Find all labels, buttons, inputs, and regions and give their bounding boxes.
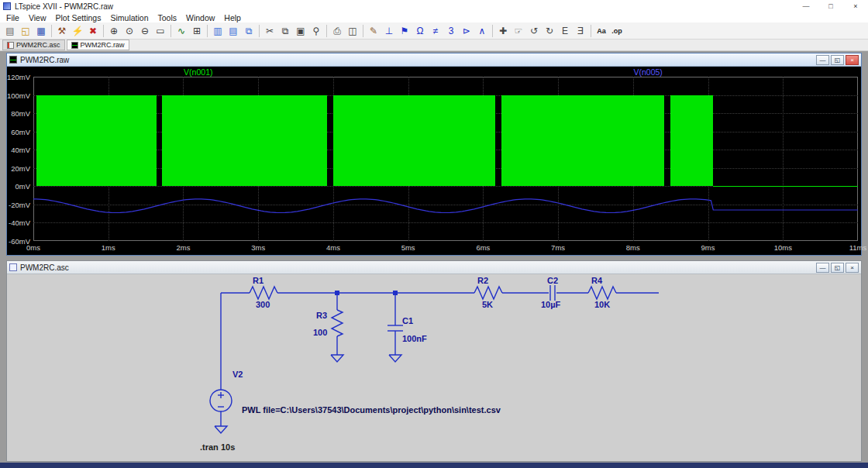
app-icon xyxy=(3,2,11,10)
v2-label[interactable]: V2 xyxy=(232,370,243,379)
mdi-close-button[interactable]: × xyxy=(846,263,859,273)
r2-label[interactable]: R2 xyxy=(477,276,488,285)
tran-directive[interactable]: .tran 10s xyxy=(200,442,235,452)
minimize-button[interactable]: — xyxy=(794,0,818,12)
zoom-back-icon[interactable]: ⊙ xyxy=(122,24,137,38)
save-icon[interactable]: ▦ xyxy=(34,24,49,38)
resistor-icon[interactable]: Ω xyxy=(413,24,428,38)
plot-settings-icon[interactable]: ⊞ xyxy=(190,24,205,38)
menu-plot-settings[interactable]: Plot Settings xyxy=(51,13,106,22)
drag-icon[interactable]: ☞ xyxy=(512,24,526,38)
ground-icon[interactable]: ⊥ xyxy=(382,24,397,38)
text-icon[interactable]: Aa xyxy=(594,24,609,38)
ground-symbol[interactable] xyxy=(215,426,227,433)
schematic-window: PWM2RC.asc — ◱ × xyxy=(6,260,862,462)
schematic-canvas[interactable]: R1 300 R2 5K C2 10µF R4 10K R3 100 C1 10… xyxy=(7,274,861,461)
zoom-out-icon[interactable]: ⊖ xyxy=(138,24,153,38)
new-schematic-icon[interactable]: ▤ xyxy=(3,24,18,38)
menubar: FileViewPlot SettingsSimulationToolsWind… xyxy=(0,12,868,22)
maximize-button[interactable]: □ xyxy=(818,0,843,12)
r1-value[interactable]: 300 xyxy=(256,300,270,309)
r3-value[interactable]: 100 xyxy=(313,328,327,337)
resistor-r3-symbol[interactable] xyxy=(332,310,343,336)
waveform-window-titlebar[interactable]: PWM2RC.raw — ◱ × xyxy=(7,53,861,67)
app-title: LTspice XVII - PWM2RC.raw xyxy=(15,2,113,11)
c1-value[interactable]: 100nF xyxy=(402,334,427,343)
cascade-icon[interactable]: ⧉ xyxy=(242,24,257,38)
tile-vertical-icon[interactable]: ▥ xyxy=(211,24,226,38)
r3-label[interactable]: R3 xyxy=(316,311,327,320)
control-panel-icon[interactable]: ⚒ xyxy=(55,24,70,38)
toolbar-separator xyxy=(363,25,363,37)
sine-trace-layer xyxy=(7,67,861,255)
ground-symbol[interactable] xyxy=(331,355,343,362)
resistor-zigzag xyxy=(332,310,343,336)
component-icon[interactable]: ∧ xyxy=(475,24,490,38)
waveform-window-icon xyxy=(9,56,17,64)
mirror-icon[interactable]: Ǝ xyxy=(574,24,588,38)
schematic-drawing: R1 300 R2 5K C2 10µF R4 10K R3 100 C1 10… xyxy=(7,274,861,461)
c2-label[interactable]: C2 xyxy=(547,276,558,285)
capacitor-icon[interactable]: ≠ xyxy=(429,24,443,38)
toolbar-separator xyxy=(51,25,52,37)
label-net-icon[interactable]: ⚑ xyxy=(398,24,412,38)
print-icon[interactable]: ⎙ xyxy=(330,24,345,38)
inductor-icon[interactable]: 3 xyxy=(444,24,459,38)
mdi-restore-button[interactable]: ◱ xyxy=(831,263,844,273)
menu-tools[interactable]: Tools xyxy=(153,13,181,22)
mdi-minimize-button[interactable]: — xyxy=(816,263,829,273)
voltage-source-v2-symbol[interactable] xyxy=(210,390,232,411)
diode-icon[interactable]: ⊳ xyxy=(460,24,474,38)
resistor-zigzag xyxy=(588,287,616,299)
waveform-window-controls: — ◱ × xyxy=(816,55,859,65)
mdi-restore-button[interactable]: ◱ xyxy=(831,55,844,65)
menu-view[interactable]: View xyxy=(24,13,51,22)
mdi-minimize-button[interactable]: — xyxy=(816,55,829,65)
capacitor-c1-symbol[interactable] xyxy=(388,325,403,331)
plot-area[interactable]: 120mV100mV80mV60mV40mV20mV0mV-20mV-40mV-… xyxy=(7,67,861,255)
ground-symbol[interactable] xyxy=(389,355,401,362)
c1-label[interactable]: C1 xyxy=(402,316,413,325)
zoom-full-extents-icon[interactable]: ▭ xyxy=(153,24,168,38)
waveform-window: PWM2RC.raw — ◱ × 120mV100mV80mV60mV40mV2… xyxy=(6,53,862,256)
spice-directive-icon[interactable]: .op xyxy=(610,24,625,38)
menu-help[interactable]: Help xyxy=(219,13,246,22)
menu-file[interactable]: File xyxy=(2,13,24,22)
tab-pwm2rc-asc[interactable]: PWM2RC.asc xyxy=(2,40,65,50)
tile-horizontal-icon[interactable]: ▤ xyxy=(226,24,241,38)
capacitor-c2-symbol[interactable] xyxy=(550,285,555,301)
r1-label[interactable]: R1 xyxy=(253,276,264,285)
halt-icon[interactable]: ✖ xyxy=(86,24,101,38)
menu-simulation[interactable]: Simulation xyxy=(105,13,153,22)
schematic-tab-icon xyxy=(7,42,14,49)
v2-pwl-value[interactable]: PWL file=C:\Users\37543\Documents\projec… xyxy=(242,405,501,415)
copy-icon[interactable]: ⧉ xyxy=(278,24,293,38)
close-button[interactable]: × xyxy=(843,0,868,12)
open-icon[interactable]: ◱ xyxy=(19,24,33,38)
resistor-r2-symbol[interactable] xyxy=(474,287,502,299)
mdi-close-button[interactable]: × xyxy=(846,55,859,65)
move-icon[interactable]: ✚ xyxy=(496,24,511,38)
paste-icon[interactable]: ▣ xyxy=(294,24,308,38)
r4-value[interactable]: 10K xyxy=(594,300,610,309)
find-icon[interactable]: ⚲ xyxy=(309,24,324,38)
undo-icon[interactable]: ↺ xyxy=(527,24,542,38)
menu-window[interactable]: Window xyxy=(181,13,219,22)
tab-pwm2rc-raw[interactable]: PWM2RC.raw xyxy=(67,40,129,50)
redo-icon[interactable]: ↻ xyxy=(542,24,557,38)
resistor-r4-symbol[interactable] xyxy=(588,287,616,299)
cut-icon[interactable]: ✂ xyxy=(263,24,277,38)
wire-icon[interactable]: ✎ xyxy=(367,24,381,38)
rotate-icon[interactable]: E xyxy=(558,24,573,38)
r4-label[interactable]: R4 xyxy=(591,276,603,285)
waveform-window-title: PWM2RC.raw xyxy=(20,56,69,64)
schematic-window-title: PWM2RC.asc xyxy=(20,263,69,272)
zoom-in-icon[interactable]: ⊕ xyxy=(107,24,122,38)
r2-value[interactable]: 5K xyxy=(482,300,493,309)
run-icon[interactable]: ⚡ xyxy=(71,24,85,38)
schematic-window-titlebar[interactable]: PWM2RC.asc — ◱ × xyxy=(7,261,861,274)
c2-value[interactable]: 10µF xyxy=(541,300,561,309)
print-preview-icon[interactable]: ◫ xyxy=(346,24,360,38)
autorange-icon[interactable]: ∿ xyxy=(174,24,189,38)
resistor-r1-symbol[interactable] xyxy=(250,287,277,299)
